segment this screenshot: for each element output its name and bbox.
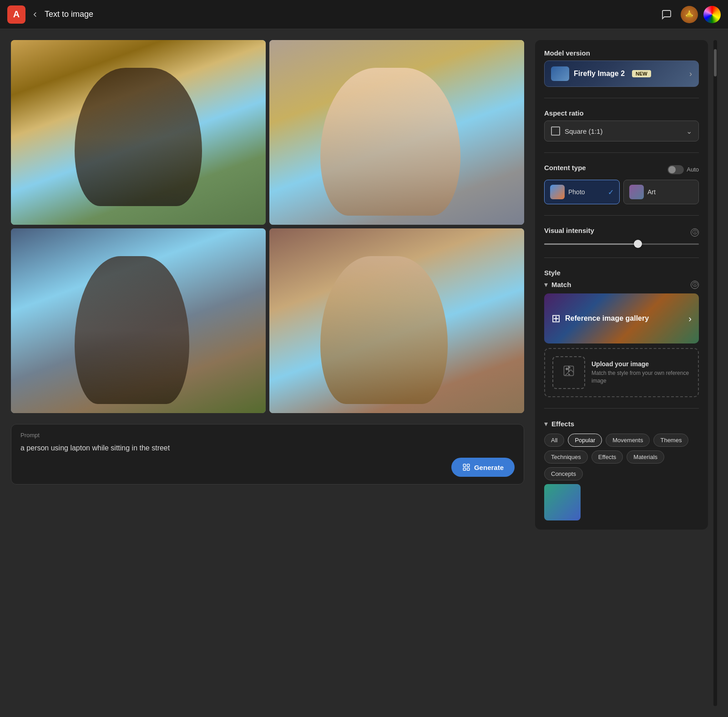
model-chevron-icon: › [689,69,692,79]
upload-arrow-icon [565,374,572,381]
content-type-header: Content type Auto [544,164,699,175]
content-type-options: Photo ✓ Art [544,180,699,204]
crown-icon [684,10,694,20]
photo-option-label: Photo [568,188,585,196]
slider-fill [544,243,637,245]
header-actions [658,6,721,23]
toggle-switch[interactable] [667,165,684,174]
aspect-ratio-label: Aspect ratio [544,109,699,117]
effects-chevron-icon: ▾ [544,419,548,428]
aspect-ratio-section: Aspect ratio Square (1:1) ⌄ [544,109,699,141]
tag-effects[interactable]: Effects [592,450,623,464]
upload-subtext: Match the style from your own reference … [592,369,691,385]
tag-materials[interactable]: Materials [627,450,664,464]
match-info-icon[interactable]: ⓘ [691,281,699,289]
message-icon-button[interactable] [658,6,675,23]
right-panel: Model version Firefly Image 2 NEW › Aspe… [535,40,708,530]
tag-movements[interactable]: Movements [606,434,650,447]
match-header: ▾ Match ⓘ [544,280,699,289]
content-option-art[interactable]: Art [623,180,699,204]
effects-label: Effects [551,420,574,428]
generate-icon [462,463,470,471]
upload-label: Upload your image [592,360,691,368]
generated-image-3[interactable] [11,228,266,413]
upload-icon-box [552,356,585,389]
page-title: Text to image [45,10,93,19]
auto-toggle[interactable]: Auto [667,165,699,174]
new-badge: NEW [632,70,651,77]
aspect-chevron-icon: ⌄ [686,127,692,136]
generated-image-2[interactable] [269,40,524,225]
prompt-label: Prompt [20,432,515,439]
left-content: Prompt a person using lapton while sitti… [0,40,535,706]
model-version-label: Model version [544,49,699,57]
slider-track [544,243,699,245]
match-chevron-icon: ▾ [544,280,548,289]
visual-intensity-info-icon[interactable]: ⓘ [691,228,699,237]
content-type-section: Content type Auto Photo ✓ Art [544,164,699,204]
reference-gallery-button[interactable]: ⊞ Reference image gallery › [544,293,699,343]
divider-2 [544,152,699,153]
svg-point-4 [692,15,693,16]
visual-intensity-header: Visual intensity ⓘ [544,227,699,238]
gallery-overlay: ⊞ Reference image gallery › [544,293,699,343]
message-icon [661,9,672,20]
back-button[interactable] [31,10,39,19]
effects-section: ▾ Effects All Popular Movements Themes [544,419,699,520]
svg-rect-5 [463,464,465,466]
svg-point-3 [689,10,690,12]
aspect-ratio-value: Square (1:1) [565,127,682,135]
tag-all[interactable]: All [544,434,564,447]
content-type-label: Content type [544,164,586,172]
tag-themes[interactable]: Themes [653,434,688,447]
slider-thumb[interactable] [634,240,642,248]
divider-1 [544,98,699,98]
svg-rect-8 [463,468,465,470]
generated-image-1[interactable] [11,40,266,225]
rainbow-icon-button[interactable] [703,6,721,23]
model-version-section: Model version Firefly Image 2 NEW › [544,49,699,87]
tag-techniques[interactable]: Techniques [544,450,588,464]
gallery-chevron-icon: › [688,313,692,324]
generate-button[interactable]: Generate [451,458,515,477]
svg-point-10 [566,368,568,370]
divider-4 [544,258,699,258]
effects-preview [544,484,699,520]
crown-icon-button[interactable] [681,6,698,23]
tag-popular[interactable]: Popular [568,434,602,447]
auto-label: Auto [687,166,699,173]
style-section: Style ▾ Match ⓘ ⊞ Reference image galler… [544,269,699,397]
divider-5 [544,408,699,409]
aspect-square-icon [551,126,560,136]
divider-3 [544,215,699,216]
aspect-ratio-select[interactable]: Square (1:1) ⌄ [544,121,699,141]
art-option-label: Art [647,188,656,196]
svg-rect-1 [686,15,693,17]
photo-option-icon [550,185,565,199]
gallery-label: Reference image gallery [565,314,649,323]
model-thumbnail [551,66,569,81]
generated-image-4[interactable] [269,228,524,413]
app-logo[interactable]: A [7,5,25,24]
effects-tags: All Popular Movements Themes Techniques [544,434,699,480]
content-option-photo[interactable]: Photo ✓ [544,180,620,204]
match-label: Match [551,281,571,288]
style-label: Style [544,269,699,277]
visual-intensity-label: Visual intensity [544,227,594,234]
effect-thumb-1[interactable] [544,484,581,520]
scroll-thumb [714,49,717,76]
prompt-text: a person using lapton while sitting in t… [20,444,515,452]
upload-reference-button[interactable]: Upload your image Match the style from y… [544,348,699,397]
back-icon [31,10,39,19]
svg-rect-6 [467,464,469,466]
svg-rect-7 [467,468,469,470]
prompt-area: Prompt a person using lapton while sitti… [11,424,524,485]
main-content: Prompt a person using lapton while sitti… [0,29,728,717]
upload-text-content: Upload your image Match the style from y… [592,360,691,385]
visual-intensity-slider[interactable] [544,242,699,247]
art-option-icon [629,185,644,199]
svg-point-2 [686,15,687,16]
tag-concepts[interactable]: Concepts [544,467,583,480]
visual-intensity-section: Visual intensity ⓘ [544,227,699,247]
model-version-button[interactable]: Firefly Image 2 NEW › [544,61,699,87]
